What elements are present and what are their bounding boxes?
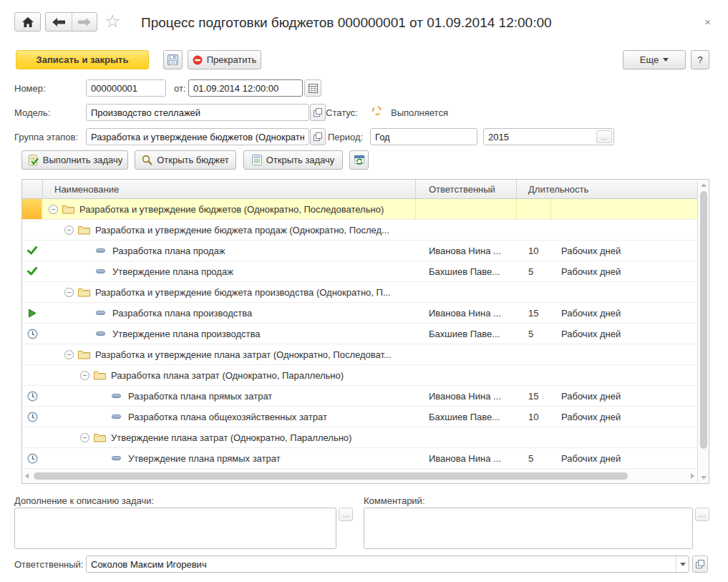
scroll-right-icon[interactable]: [691, 473, 694, 479]
stop-button[interactable]: Прекратить: [188, 50, 261, 69]
scroll-up-icon[interactable]: [701, 183, 707, 187]
model-open-button[interactable]: [310, 104, 326, 121]
more-button[interactable]: Еще: [623, 50, 686, 69]
forward-button[interactable]: [72, 13, 97, 31]
task-dash-icon: [112, 394, 121, 398]
period-year-input[interactable]: [483, 128, 614, 145]
more-button-label: Еще: [640, 54, 659, 65]
row-name-cell: Разработка плана общехозяйственных затра…: [42, 407, 416, 427]
close-icon[interactable]: ×: [704, 16, 711, 27]
save-button[interactable]: [163, 50, 183, 69]
table-row[interactable]: −Разработка плана затрат (Однократно, Па…: [22, 365, 697, 386]
duration-unit: Рабочих дней: [550, 407, 697, 427]
stage-group-open-button[interactable]: [310, 128, 326, 145]
table-row[interactable]: Разработка плана продажИванова Нина ...1…: [22, 241, 697, 261]
period-year-ellipsis-button[interactable]: ...: [596, 130, 612, 143]
responsible-value: [416, 282, 517, 302]
date-input[interactable]: [188, 79, 303, 97]
comment-textarea[interactable]: [364, 508, 693, 549]
horizontal-scrollbar[interactable]: [22, 469, 697, 483]
row-status-cell: [22, 303, 42, 323]
folder-icon: [78, 349, 90, 359]
row-status-cell: [22, 448, 42, 468]
task-dash-icon: [112, 456, 121, 460]
row-name-cell: Утверждение плана прямых затрат: [42, 448, 416, 468]
table-row[interactable]: Разработка плана общехозяйственных затра…: [22, 407, 697, 427]
stage-group-input[interactable]: [86, 128, 309, 145]
vertical-scroll-thumb[interactable]: [700, 191, 707, 449]
table-row[interactable]: Утверждение плана прямых затратИванова Н…: [22, 448, 697, 469]
tree-collapse-icon[interactable]: −: [64, 350, 74, 359]
duration-value: 5: [517, 324, 550, 344]
model-input[interactable]: [86, 104, 309, 121]
scroll-down-icon[interactable]: [701, 476, 707, 480]
task-description-textarea[interactable]: [14, 508, 336, 549]
column-divider: [516, 180, 517, 199]
open-task-button[interactable]: Открыть задачу: [243, 150, 343, 170]
task-description-ellipsis-button[interactable]: ...: [339, 508, 353, 521]
column-divider: [415, 199, 416, 219]
table-row[interactable]: Утверждение плана продажБахшиев Паве...5…: [22, 261, 697, 282]
home-button[interactable]: [14, 12, 41, 31]
calendar-button[interactable]: [304, 79, 321, 97]
stop-icon: [193, 55, 203, 65]
table-row[interactable]: Разработка плана производстваИванова Нин…: [22, 303, 697, 324]
open-budget-label: Открыть бюджет: [157, 155, 229, 165]
task-dash-icon: [112, 414, 121, 419]
period-type-input[interactable]: [370, 128, 477, 145]
stage-name: Разработка плана общехозяйственных затра…: [128, 412, 327, 422]
refresh-button[interactable]: [349, 150, 369, 170]
execute-task-button[interactable]: Выполнить задачу: [21, 150, 128, 170]
open-form-icon: [314, 108, 322, 117]
chevron-down-icon: [663, 58, 669, 62]
open-task-label: Открыть задачу: [266, 155, 335, 165]
stop-button-label: Прекратить: [207, 54, 257, 65]
duration-value: 10: [517, 407, 550, 427]
tree-collapse-icon[interactable]: −: [80, 433, 89, 442]
stage-name: Утверждение плана прямых затрат: [128, 453, 281, 464]
comment-ellipsis-button[interactable]: ...: [695, 508, 709, 521]
duration-value: [517, 199, 550, 219]
column-header-duration[interactable]: Длительность: [517, 180, 697, 199]
column-header-name[interactable]: Наименование: [42, 180, 415, 199]
tree-collapse-icon[interactable]: −: [49, 205, 58, 214]
responsible-value: [416, 199, 517, 219]
open-budget-button[interactable]: Открыть бюджет: [135, 150, 236, 170]
task-description-label: Дополнение к описанию задачи:: [14, 495, 154, 506]
responsible-value: Иванова Нина ...: [416, 386, 517, 406]
responsible-value: Бахшиев Паве...: [416, 261, 517, 281]
horizontal-scroll-thumb[interactable]: [34, 472, 628, 480]
task-waiting-icon: [27, 453, 38, 464]
folder-icon: [78, 225, 90, 235]
task-dash-icon: [96, 248, 105, 253]
duration-value: 15: [517, 303, 550, 323]
table-row[interactable]: −Разработка и утверждение бюджетов (Одно…: [22, 199, 697, 220]
table-row[interactable]: −Разработка и утверждение бюджета продаж…: [22, 220, 697, 241]
responsible-dropdown-button[interactable]: [676, 556, 689, 572]
responsible-input[interactable]: [86, 556, 689, 573]
row-name-cell: Утверждение плана производства: [42, 324, 416, 344]
row-status-cell: [22, 324, 42, 344]
duration-value: 5: [517, 261, 550, 281]
number-input[interactable]: [86, 79, 166, 97]
favorite-star-icon[interactable]: ☆: [105, 12, 120, 30]
tree-collapse-icon[interactable]: −: [80, 371, 89, 380]
table-row[interactable]: Разработка плана прямых затратИванова Ни…: [22, 386, 697, 407]
table-row[interactable]: Утверждение плана производстваБахшиев Па…: [22, 324, 697, 344]
row-name-cell: −Разработка и утверждение бюджетов (Одно…: [42, 199, 416, 219]
vertical-scrollbar[interactable]: [697, 180, 709, 483]
column-divider: [516, 199, 517, 219]
tree-collapse-icon[interactable]: −: [64, 288, 74, 297]
responsible-value: [416, 220, 517, 240]
save-and-close-button[interactable]: Записать и закрыть: [16, 50, 149, 69]
help-button[interactable]: ?: [691, 50, 709, 69]
table-row[interactable]: −Утверждение плана затрат (Однократно, П…: [22, 427, 697, 448]
table-row[interactable]: −Разработка и утверждение бюджета произв…: [22, 282, 697, 303]
responsible-open-button[interactable]: [692, 556, 708, 573]
scroll-left-icon[interactable]: [25, 473, 29, 479]
column-header-responsible[interactable]: Ответственный: [416, 180, 516, 199]
tree-collapse-icon[interactable]: −: [64, 225, 74, 235]
duration-unit: Рабочих дней: [550, 324, 697, 344]
table-row[interactable]: −Разработка и утверждение плана затрат (…: [22, 344, 697, 365]
back-button[interactable]: [47, 13, 72, 31]
